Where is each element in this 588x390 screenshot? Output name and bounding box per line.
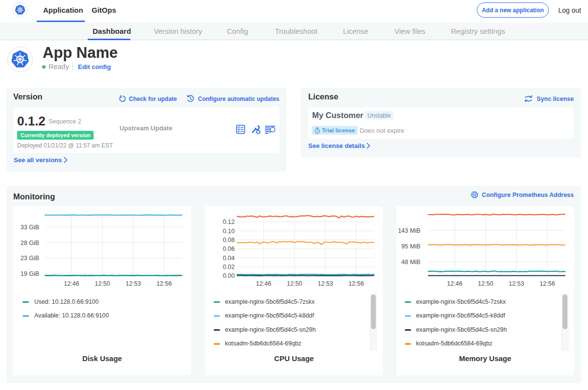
svg-text:143 MiB: 143 MiB xyxy=(398,227,420,234)
svg-text:0.04: 0.04 xyxy=(223,255,235,262)
svg-text:12:50: 12:50 xyxy=(478,280,493,287)
svg-text:12:46: 12:46 xyxy=(256,280,271,287)
svg-text:12:56: 12:56 xyxy=(348,280,364,287)
svg-text:12:56: 12:56 xyxy=(539,280,555,287)
svg-text:12:53: 12:53 xyxy=(509,280,524,287)
svg-text:0.00: 0.00 xyxy=(223,272,235,279)
svg-text:28 GiB: 28 GiB xyxy=(21,240,39,246)
svg-text:12:46: 12:46 xyxy=(64,280,79,287)
svg-text:12:53: 12:53 xyxy=(318,280,333,287)
svg-text:19 GiB: 19 GiB xyxy=(21,270,39,277)
svg-text:23 GiB: 23 GiB xyxy=(21,255,39,262)
svg-text:12:53: 12:53 xyxy=(125,280,141,287)
svg-text:12:56: 12:56 xyxy=(156,280,172,287)
svg-text:0.08: 0.08 xyxy=(223,237,235,244)
svg-text:48 MiB: 48 MiB xyxy=(401,259,420,266)
svg-text:0.06: 0.06 xyxy=(223,245,235,252)
svg-text:95 MiB: 95 MiB xyxy=(401,243,420,250)
svg-text:12:50: 12:50 xyxy=(287,280,302,287)
svg-text:12:46: 12:46 xyxy=(447,280,462,287)
svg-text:0.10: 0.10 xyxy=(223,228,235,235)
svg-text:0.02: 0.02 xyxy=(223,264,235,270)
svg-text:33 GiB: 33 GiB xyxy=(21,224,39,231)
svg-text:0.12: 0.12 xyxy=(223,219,235,225)
svg-text:12:50: 12:50 xyxy=(95,280,110,287)
